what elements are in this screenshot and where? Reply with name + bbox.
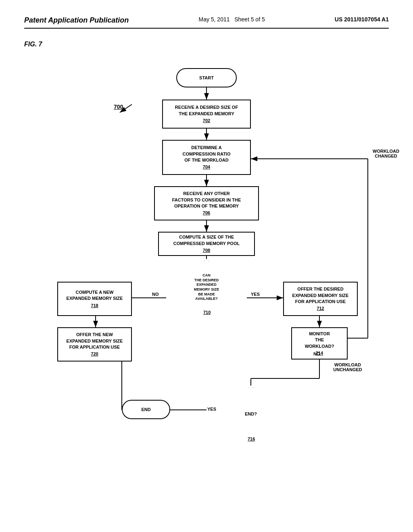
figure-label: FIG. 7 [24, 41, 389, 48]
svg-line-19 [120, 104, 132, 112]
workload-unchanged-label: WORKLOAD UNCHANGED [327, 362, 368, 372]
node-702-label: RECEIVE A DESIRED SIZE OFTHE EXPANDED ME… [175, 104, 238, 117]
end-node: END [122, 400, 170, 419]
node-712: OFFER THE DESIREDEXPANDED MEMORY SIZEFOR… [283, 282, 358, 316]
page-header: Patent Application Publication May 5, 20… [24, 16, 389, 29]
node-710-label: CANTHE DESIREDEXPANDEDMEMORY SIZEBE MADE… [188, 273, 225, 301]
node-720: OFFER THE NEWEXPANDED MEMORY SIZEFOR APP… [57, 327, 132, 362]
node-706-label: RECEIVE ANY OTHERFACTORS TO CONSIDER IN … [172, 191, 241, 209]
node-704: DETERMINE ACOMPRESSION RATIOOF THE WORKL… [162, 140, 251, 175]
yes-label-710: YES [251, 292, 260, 297]
page: Patent Application Publication May 5, 20… [0, 0, 413, 532]
header-center: May 5, 2011 Sheet 5 of 5 [198, 16, 265, 23]
node-708: COMPUTE A SIZE OF THECOMPRESSED MEMORY P… [158, 232, 255, 256]
node-710: CANTHE DESIREDEXPANDEDMEMORY SIZEBE MADE… [178, 259, 235, 316]
flowchart: START 700 RECEIVE A DESIRED SIZE OFTHE E… [33, 56, 380, 499]
node-716-ref: 716 [248, 436, 255, 441]
node-710-ref: 710 [203, 310, 211, 315]
node-706: RECEIVE ANY OTHERFACTORS TO CONSIDER IN … [154, 186, 259, 220]
end-label: END [141, 407, 150, 412]
node-714-label: MONITORTHEWORKLOAD? [305, 331, 334, 349]
node-718: COMPUTE A NEWEXPANDED MEMORY SIZE 718 [57, 282, 132, 316]
node-702-ref: 702 [175, 118, 238, 123]
patent-number: US 2011/0107054 A1 [335, 16, 389, 23]
start-node: START [176, 68, 237, 87]
publication-label: Patent Application Publication [24, 16, 129, 25]
start-label: START [199, 75, 214, 81]
node-704-label: DETERMINE ACOMPRESSION RATIOOF THE WORKL… [183, 145, 231, 163]
node-718-ref: 718 [67, 303, 123, 308]
node-706-ref: 706 [172, 210, 241, 216]
no-label-714: NO [313, 351, 320, 356]
yes-label-716: YES [207, 407, 216, 411]
date-label: May 5, 2011 [198, 16, 229, 23]
node-708-label: COMPUTE A SIZE OF THECOMPRESSED MEMORY P… [173, 234, 240, 247]
node-708-ref: 708 [173, 247, 240, 253]
node-720-label: OFFER THE NEWEXPANDED MEMORY SIZEFOR APP… [67, 332, 123, 350]
node-712-ref: 712 [292, 305, 349, 311]
node-720-ref: 720 [67, 351, 123, 357]
node-716: END? [222, 385, 279, 442]
sheet-label: Sheet 5 of 5 [234, 16, 265, 23]
node-718-label: COMPUTE A NEWEXPANDED MEMORY SIZE [67, 289, 123, 302]
no-label-710: NO [152, 292, 159, 297]
node-704-ref: 704 [183, 164, 231, 170]
node-712-label: OFFER THE DESIREDEXPANDED MEMORY SIZEFOR… [292, 286, 349, 305]
ref-700-arrow [112, 100, 136, 116]
workload-changed-label: WORKLOAD CHANGED [368, 149, 404, 158]
node-702: RECEIVE A DESIRED SIZE OFTHE EXPANDED ME… [162, 100, 251, 129]
node-716-label: END? [233, 411, 269, 417]
